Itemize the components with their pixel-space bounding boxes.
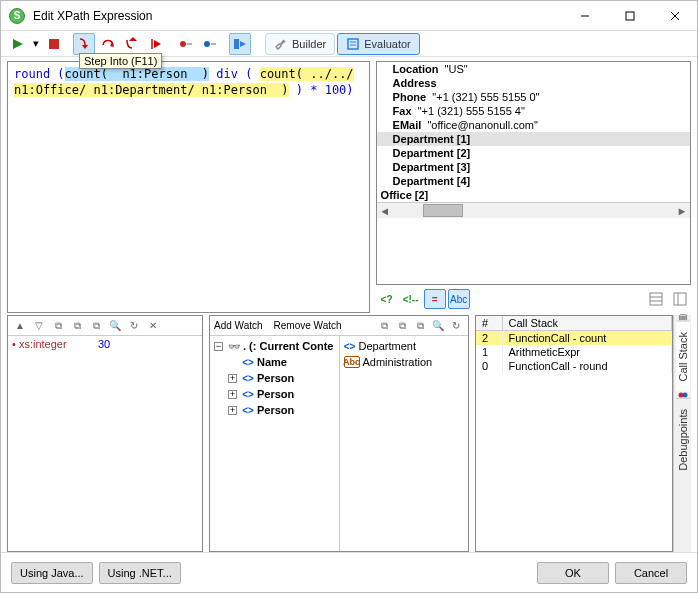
tree-item[interactable]: Department [2] bbox=[377, 146, 690, 160]
step-to-cursor-button[interactable] bbox=[145, 33, 167, 55]
step-into-button[interactable] bbox=[73, 33, 95, 55]
editor-text: div ( bbox=[209, 67, 260, 81]
watch-value-row[interactable]: <>Department bbox=[340, 338, 469, 354]
tracepoint-button[interactable] bbox=[199, 33, 221, 55]
watch-copy-icon[interactable]: ⧉ bbox=[376, 318, 392, 334]
watch-row[interactable]: +<>Person bbox=[210, 402, 339, 418]
title-bar: S Edit XPath Expression bbox=[1, 1, 697, 31]
watch-value-row[interactable]: AbcAdministration bbox=[340, 354, 469, 370]
col-name[interactable]: Call Stack bbox=[502, 316, 672, 331]
context-tree[interactable]: Location "US"AddressPhone "+1 (321) 555 … bbox=[376, 61, 691, 285]
watch-row[interactable]: +<>Person bbox=[210, 370, 339, 386]
stack-row[interactable]: 0FunctionCall - round bbox=[476, 359, 672, 373]
xml-mode-button[interactable]: <? bbox=[376, 289, 398, 309]
wrench-icon bbox=[274, 37, 288, 51]
step-out-button[interactable] bbox=[121, 33, 143, 55]
svg-rect-1 bbox=[626, 12, 634, 20]
attr-mode-button[interactable]: = bbox=[424, 289, 446, 309]
var-copy-icon[interactable]: ⧉ bbox=[50, 318, 66, 334]
variables-toolbar: ▲ ▽ ⧉ ⧉ ⧉ 🔍 ↻ ✕ bbox=[8, 316, 202, 336]
var-delete-icon[interactable]: ✕ bbox=[145, 318, 161, 334]
view-grid-button[interactable] bbox=[645, 289, 667, 309]
svg-marker-8 bbox=[129, 37, 137, 41]
watch-row[interactable]: <>Name bbox=[210, 354, 339, 370]
svg-marker-4 bbox=[13, 39, 23, 49]
var-down-icon[interactable]: ▽ bbox=[31, 318, 47, 334]
tree-scrollbar[interactable]: ◄► bbox=[377, 202, 690, 218]
window-title: Edit XPath Expression bbox=[33, 9, 152, 23]
tree-item[interactable]: Office [2] bbox=[377, 188, 690, 202]
tree-item[interactable]: Department [4] bbox=[377, 174, 690, 188]
tree-item[interactable]: Phone "+1 (321) 555 5155 0" bbox=[377, 90, 690, 104]
var-search-icon[interactable]: 🔍 bbox=[107, 318, 123, 334]
watch-left-column[interactable]: −👓. (: Current Conte<>Name+<>Person+<>Pe… bbox=[210, 336, 340, 551]
watch-row[interactable]: −👓. (: Current Conte bbox=[210, 338, 339, 354]
using-java-button[interactable]: Using Java... bbox=[11, 562, 93, 584]
svg-point-11 bbox=[180, 41, 186, 47]
builder-label: Builder bbox=[292, 38, 326, 50]
tree-item[interactable]: Fax "+1 (321) 555 5155 4" bbox=[377, 104, 690, 118]
watch-copy2-icon[interactable]: ⧉ bbox=[394, 318, 410, 334]
evaluator-label: Evaluator bbox=[364, 38, 410, 50]
watch-right-column[interactable]: <>DepartmentAbcAdministration bbox=[340, 336, 469, 551]
editor-highlight-current: count( ../../ bbox=[260, 67, 354, 81]
watch-row[interactable]: +<>Person bbox=[210, 386, 339, 402]
var-up-icon[interactable]: ▲ bbox=[12, 318, 28, 334]
app-icon: S bbox=[9, 8, 25, 24]
tab-callstack[interactable]: Call Stack bbox=[676, 321, 690, 392]
run-menu-dropdown[interactable]: ▾ bbox=[31, 33, 41, 55]
tree-item[interactable]: EMail "office@nanonull.com" bbox=[377, 118, 690, 132]
debug-mode-button[interactable] bbox=[229, 33, 251, 55]
using-net-button[interactable]: Using .NET... bbox=[99, 562, 181, 584]
minimize-button[interactable] bbox=[562, 1, 607, 31]
tree-item[interactable]: Location "US" bbox=[377, 62, 690, 76]
comment-mode-button[interactable]: <!-- bbox=[400, 289, 422, 309]
variables-list[interactable]: xs:integer30 bbox=[8, 336, 202, 551]
tree-item[interactable]: Department [1] bbox=[377, 132, 690, 146]
step-over-button[interactable] bbox=[97, 33, 119, 55]
middle-area: round (count( n1:Person ) div ( count( .… bbox=[1, 57, 697, 315]
remove-watch-link[interactable]: Remove Watch bbox=[274, 320, 342, 331]
watch-refresh-icon[interactable]: ↻ bbox=[448, 318, 464, 334]
text-mode-button[interactable]: Abc bbox=[448, 289, 470, 309]
stop-button[interactable] bbox=[43, 33, 65, 55]
stack-row[interactable]: 1ArithmeticExpr bbox=[476, 345, 672, 359]
variable-row[interactable]: xs:integer30 bbox=[8, 336, 202, 352]
editor-highlight-count: count( n1:Person ) bbox=[65, 67, 210, 81]
watch-toolbar: Add Watch Remove Watch ⧉ ⧉ ⧉ 🔍 ↻ bbox=[210, 316, 468, 336]
svg-marker-16 bbox=[240, 41, 246, 47]
bottom-area: ▲ ▽ ⧉ ⧉ ⧉ 🔍 ↻ ✕ xs:integer30 Add Watch R… bbox=[1, 315, 697, 552]
svg-rect-5 bbox=[49, 39, 59, 49]
context-tree-pane: Location "US"AddressPhone "+1 (321) 555 … bbox=[376, 61, 691, 313]
add-watch-link[interactable]: Add Watch bbox=[214, 320, 263, 331]
watch-search-icon[interactable]: 🔍 bbox=[430, 318, 446, 334]
callstack-panel: # Call Stack 2FunctionCall - count1Arith… bbox=[475, 315, 673, 552]
tree-item[interactable]: Department [3] bbox=[377, 160, 690, 174]
callstack-table[interactable]: # Call Stack 2FunctionCall - count1Arith… bbox=[476, 316, 672, 373]
ok-button[interactable]: OK bbox=[537, 562, 609, 584]
breakpoint-button[interactable] bbox=[175, 33, 197, 55]
cancel-button[interactable]: Cancel bbox=[615, 562, 687, 584]
tree-toolbar: <? <!-- = Abc bbox=[376, 285, 691, 313]
svg-marker-10 bbox=[154, 40, 161, 48]
run-button[interactable] bbox=[7, 33, 29, 55]
dialog-footer: Using Java... Using .NET... OK Cancel bbox=[1, 552, 697, 592]
var-paste-icon[interactable]: ⧉ bbox=[88, 318, 104, 334]
close-button[interactable] bbox=[652, 1, 697, 31]
var-refresh-icon[interactable]: ↻ bbox=[126, 318, 142, 334]
stack-row[interactable]: 2FunctionCall - count bbox=[476, 331, 672, 346]
evaluator-mode-button[interactable]: Evaluator bbox=[337, 33, 419, 55]
watch-paste-icon[interactable]: ⧉ bbox=[412, 318, 428, 334]
maximize-button[interactable] bbox=[607, 1, 652, 31]
tab-debugpoints[interactable]: Debugpoints bbox=[676, 398, 690, 481]
col-index[interactable]: # bbox=[476, 316, 502, 331]
tree-item[interactable]: Address bbox=[377, 76, 690, 90]
svg-point-13 bbox=[204, 41, 210, 47]
editor-highlight-current: n1:Office/ n1:Department/ n1:Person ) bbox=[14, 83, 289, 97]
watch-panel: Add Watch Remove Watch ⧉ ⧉ ⧉ 🔍 ↻ −👓. (: … bbox=[209, 315, 469, 552]
view-list-button[interactable] bbox=[669, 289, 691, 309]
builder-mode-button[interactable]: Builder bbox=[265, 33, 335, 55]
xpath-editor[interactable]: round (count( n1:Person ) div ( count( .… bbox=[7, 61, 370, 313]
var-copy2-icon[interactable]: ⧉ bbox=[69, 318, 85, 334]
variables-panel: ▲ ▽ ⧉ ⧉ ⧉ 🔍 ↻ ✕ xs:integer30 bbox=[7, 315, 203, 552]
